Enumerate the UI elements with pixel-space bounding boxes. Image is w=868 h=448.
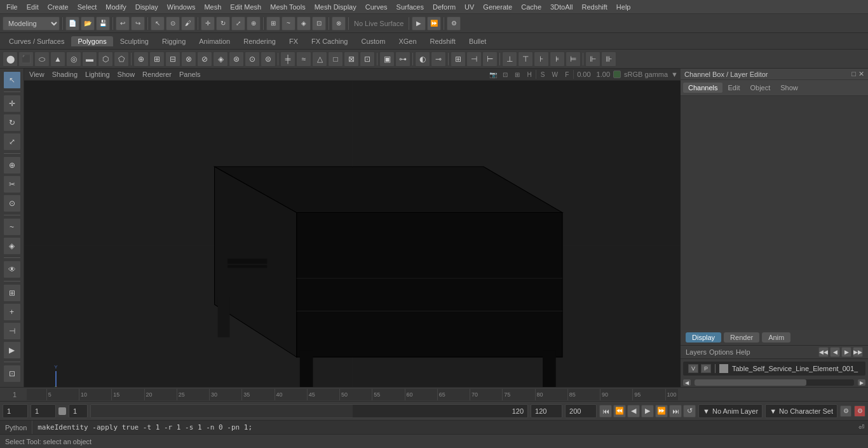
menu-display[interactable]: Display xyxy=(132,2,162,12)
sphere-btn[interactable]: ⬤ xyxy=(3,51,18,67)
layer-scroll-prev-btn[interactable]: ◀ xyxy=(830,347,840,357)
multi-cut-btn[interactable]: ✂ xyxy=(3,175,21,193)
anim-tab[interactable]: Anim xyxy=(762,332,790,343)
scale-btn[interactable]: ⤢ xyxy=(231,17,245,31)
layer-scrollbar-right-btn[interactable]: ▶ xyxy=(858,379,865,386)
tab-animation[interactable]: Animation xyxy=(193,36,236,46)
vp-view-menu[interactable]: View xyxy=(27,71,47,78)
quadrangulate-btn[interactable]: □ xyxy=(328,51,343,67)
select-tool-btn[interactable]: ↖ xyxy=(3,71,21,89)
step-back-btn[interactable]: ⏪ xyxy=(613,405,626,417)
anim-layer-dropdown[interactable]: ▼ No Anim Layer xyxy=(698,404,763,418)
vp-grid-btn[interactable]: ⊞ xyxy=(512,69,523,80)
paint-btn[interactable]: 🖌 xyxy=(181,17,195,31)
tab-bullet[interactable]: Bullet xyxy=(463,36,493,46)
frame-field-3[interactable]: 1 xyxy=(69,404,88,418)
layer-horizontal-scrollbar[interactable] xyxy=(695,379,854,386)
menu-generate[interactable]: Generate xyxy=(479,2,516,12)
rotate-btn[interactable]: ↻ xyxy=(216,17,230,31)
transfer2-btn[interactable]: ⊦ xyxy=(534,51,549,67)
disk-btn[interactable]: ⬡ xyxy=(98,51,113,67)
tab-polygons[interactable]: Polygons xyxy=(71,36,112,46)
channels-tab[interactable]: Channels xyxy=(683,83,722,93)
add-div-btn[interactable]: + xyxy=(3,303,21,321)
viewport-content[interactable]: persp Y X Z xyxy=(24,81,681,387)
menu-help[interactable]: Help xyxy=(613,2,635,12)
grid-btn[interactable]: ⊞ xyxy=(451,51,466,67)
menu-mesh[interactable]: Mesh xyxy=(200,2,225,12)
uv-layout-btn[interactable]: ⊡ xyxy=(360,51,375,67)
snap-curve-btn[interactable]: ~ xyxy=(281,17,295,31)
go-to-end-btn[interactable]: ⏭ xyxy=(669,405,682,417)
vp-show-menu[interactable]: Show xyxy=(115,71,138,78)
scale-tool-btn[interactable]: ⤢ xyxy=(3,133,21,151)
tab-rigging[interactable]: Rigging xyxy=(156,36,192,46)
snap-tool-btn[interactable]: ⊕ xyxy=(3,156,21,174)
anim-settings-btn[interactable]: ⚙ xyxy=(840,405,851,417)
range-total-field[interactable]: 200 xyxy=(565,404,597,418)
tab-redshift[interactable]: Redshift xyxy=(424,36,462,46)
range-slider[interactable]: 120 xyxy=(90,404,528,418)
save-scene-btn[interactable]: 💾 xyxy=(96,17,110,31)
lasso-btn[interactable]: ⊙ xyxy=(166,17,180,31)
tab-sculpting[interactable]: Sculpting xyxy=(114,36,155,46)
show-tab[interactable]: Show xyxy=(775,83,803,93)
vp-heads-up-btn[interactable]: H xyxy=(524,69,535,80)
grid-snap-btn[interactable]: ⊞ xyxy=(3,284,21,302)
menu-3dtoall[interactable]: 3DtoAll xyxy=(546,2,576,12)
go-to-start-btn[interactable]: ⏮ xyxy=(599,405,612,417)
close-icon[interactable]: ✕ xyxy=(858,70,864,78)
menu-mesh-display[interactable]: Mesh Display xyxy=(311,2,360,12)
sculpt-btn[interactable]: ~ xyxy=(3,218,21,236)
current-frame-field[interactable]: 1 xyxy=(3,404,28,418)
proxy-btn[interactable]: ⊧ xyxy=(550,51,565,67)
mirror-btn[interactable]: ⊜ xyxy=(261,51,276,67)
symmetry-btn[interactable]: ⊣ xyxy=(466,51,482,67)
vp-wireframe-btn[interactable]: W xyxy=(549,69,560,80)
render-view-btn[interactable]: ▶ xyxy=(3,341,21,359)
vp-select-btn[interactable]: S xyxy=(537,69,548,80)
display-settings-btn[interactable]: ⚙ xyxy=(447,17,461,31)
tab-fx[interactable]: FX xyxy=(283,36,304,46)
layer-playback-btn[interactable]: P xyxy=(701,364,711,373)
anim-autokey-btn[interactable]: ⚙ xyxy=(854,405,865,417)
separate-btn[interactable]: ⊘ xyxy=(197,51,212,67)
layer-item[interactable]: V P Table_Self_Service_Line_Element_001_ xyxy=(683,362,865,376)
layers-nav-help[interactable]: Help xyxy=(736,348,750,356)
workspace-btn[interactable]: ⊡ xyxy=(3,365,21,383)
select-comp-btn[interactable]: ▣ xyxy=(379,51,395,67)
mode-dropdown[interactable]: Modeling xyxy=(3,17,60,31)
transfer-btn[interactable]: ⊤ xyxy=(518,51,533,67)
new-scene-btn[interactable]: 📄 xyxy=(65,17,79,31)
vp-lighting-menu[interactable]: Lighting xyxy=(83,71,112,78)
tab-fx-caching[interactable]: FX Caching xyxy=(305,36,354,46)
layers-nav-layers[interactable]: Layers xyxy=(686,348,707,356)
menu-deform[interactable]: Deform xyxy=(429,2,459,12)
command-input[interactable] xyxy=(32,423,854,431)
soft-mod-btn[interactable]: ◐ xyxy=(415,51,430,67)
vp-gamma-chevron-icon[interactable]: ▼ xyxy=(671,71,678,78)
crease-btn[interactable]: ╪ xyxy=(280,51,295,67)
move-btn[interactable]: ✛ xyxy=(201,17,215,31)
range-end-field[interactable]: 120 xyxy=(531,404,562,418)
menu-windows[interactable]: Windows xyxy=(163,2,200,12)
mirror2-btn[interactable]: ⊥ xyxy=(502,51,517,67)
menu-cache[interactable]: Cache xyxy=(517,2,545,12)
timeline-ruler[interactable]: 5 10 15 20 25 30 35 40 45 50 55 60 65 70… xyxy=(27,389,678,400)
select-btn[interactable]: ↖ xyxy=(151,17,165,31)
menu-create[interactable]: Create xyxy=(44,2,72,12)
extrude-btn[interactable]: ⊞ xyxy=(149,51,165,67)
bevel-btn[interactable]: ◈ xyxy=(213,51,228,67)
torus-btn[interactable]: ◎ xyxy=(66,51,81,67)
paint-weights-btn[interactable]: ◈ xyxy=(3,237,21,255)
menu-mesh-tools[interactable]: Mesh Tools xyxy=(266,2,309,12)
cleanup-btn[interactable]: ⊠ xyxy=(344,51,359,67)
play-fwd-btn[interactable]: ▶ xyxy=(641,405,654,417)
redo-btn[interactable]: ↪ xyxy=(131,17,145,31)
tab-rendering[interactable]: Rendering xyxy=(237,36,282,46)
layer-scrollbar-left-btn[interactable]: ◀ xyxy=(683,379,691,386)
cone-btn[interactable]: ▲ xyxy=(50,51,65,67)
menu-select[interactable]: Select xyxy=(74,2,101,12)
menu-redshift[interactable]: Redshift xyxy=(578,2,611,12)
layer-visibility-btn[interactable]: V xyxy=(688,364,698,373)
